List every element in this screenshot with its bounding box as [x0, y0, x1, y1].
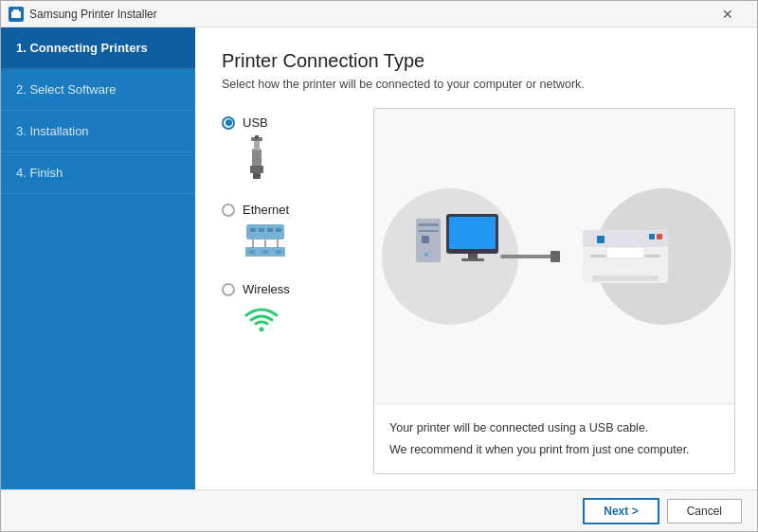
svg-point-22: [260, 328, 264, 332]
svg-rect-12: [276, 228, 281, 232]
preview-line2: We recommend it when you print from just…: [389, 439, 719, 461]
svg-rect-9: [250, 228, 256, 232]
svg-rect-0: [11, 11, 21, 18]
titlebar-left: Samsung Printer Installer: [9, 7, 157, 22]
close-button[interactable]: ✕: [706, 1, 749, 27]
svg-rect-6: [253, 173, 261, 179]
content-area: 1. Connecting Printers 2. Select Softwar…: [1, 27, 757, 489]
svg-rect-27: [418, 230, 439, 232]
svg-rect-31: [449, 217, 496, 249]
svg-rect-5: [250, 166, 263, 173]
wireless-label: Wireless: [243, 282, 290, 296]
next-button[interactable]: Next >: [583, 498, 659, 524]
svg-rect-33: [461, 258, 484, 261]
svg-rect-36: [583, 230, 668, 247]
preview-box: Your printer will be connected using a U…: [373, 108, 735, 474]
usb-label: USB: [243, 115, 268, 130]
preview-line1: Your printer will be connected using a U…: [389, 417, 719, 439]
usb-option[interactable]: USB: [222, 115, 268, 130]
svg-rect-42: [592, 275, 659, 281]
sidebar-item-installation[interactable]: 3. Installation: [1, 111, 195, 152]
page-title: Printer Connection Type: [222, 50, 735, 72]
ethernet-option-group: Ethernet: [222, 203, 373, 263]
sidebar-item-connecting-printers[interactable]: 1. Connecting Printers: [1, 27, 195, 69]
usb-option-group: USB: [222, 115, 373, 184]
sidebar-item-select-software[interactable]: 2. Select Software: [1, 69, 195, 111]
svg-rect-26: [418, 223, 439, 226]
preview-description: Your printer will be connected using a U…: [374, 403, 734, 473]
connection-options: USB: [222, 108, 373, 474]
usb-icon: [243, 135, 271, 184]
svg-rect-41: [657, 234, 662, 239]
wireless-radio[interactable]: [222, 283, 235, 296]
main-content: Printer Connection Type Select how the p…: [195, 27, 757, 489]
ethernet-label: Ethernet: [243, 203, 289, 217]
svg-point-23: [382, 188, 518, 325]
svg-rect-10: [259, 228, 264, 232]
svg-rect-37: [597, 236, 605, 243]
svg-point-29: [424, 253, 428, 257]
wireless-option[interactable]: Wireless: [222, 282, 290, 296]
main-body: USB: [222, 108, 735, 474]
svg-rect-19: [249, 250, 255, 254]
sidebar-item-finish[interactable]: 4. Finish: [1, 152, 195, 194]
svg-rect-2: [252, 149, 262, 168]
titlebar-title: Samsung Printer Installer: [29, 8, 157, 21]
sidebar: 1. Connecting Printers 2. Select Softwar…: [1, 27, 195, 489]
ethernet-icon: [243, 222, 288, 263]
svg-rect-21: [276, 250, 281, 254]
svg-rect-34: [550, 251, 560, 262]
page-subtitle: Select how the printer will be connected…: [222, 78, 735, 91]
svg-rect-20: [262, 250, 268, 254]
main-window: Samsung Printer Installer ✕ 1. Connectin…: [0, 0, 758, 532]
cancel-button[interactable]: Cancel: [667, 499, 742, 523]
ethernet-option[interactable]: Ethernet: [222, 203, 289, 217]
svg-rect-7: [255, 135, 259, 139]
ethernet-radio[interactable]: [222, 204, 235, 217]
svg-rect-11: [267, 228, 273, 232]
wifi-icon: [243, 302, 280, 335]
footer: Next > Cancel: [1, 489, 757, 531]
usb-radio[interactable]: [222, 116, 235, 130]
svg-rect-40: [649, 234, 655, 239]
svg-rect-1: [13, 9, 19, 12]
preview-image: [374, 109, 734, 403]
app-icon: [9, 7, 24, 22]
wireless-option-group: Wireless: [222, 282, 373, 335]
svg-rect-39: [606, 247, 644, 258]
titlebar: Samsung Printer Installer ✕: [1, 1, 757, 27]
svg-rect-28: [422, 236, 429, 243]
